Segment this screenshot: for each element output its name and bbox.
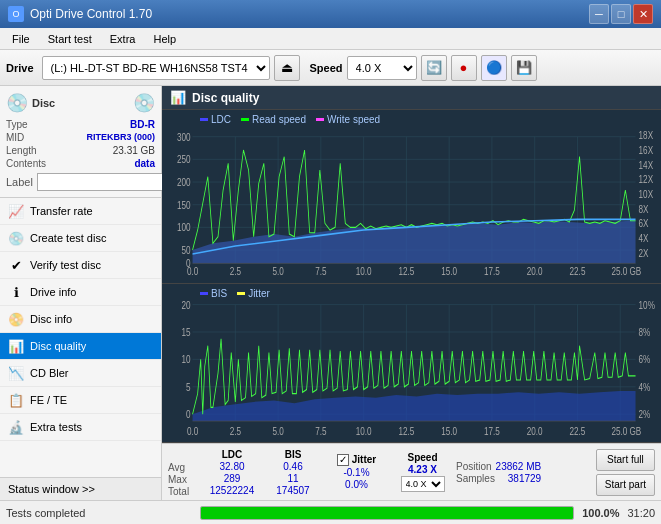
- speed-select-stat[interactable]: 4.0 X: [401, 476, 445, 492]
- legend-read-speed: Read speed: [241, 114, 306, 125]
- total-bis: 174507: [276, 485, 309, 496]
- svg-text:12X: 12X: [639, 173, 654, 185]
- svg-text:2X: 2X: [639, 247, 650, 259]
- close-button[interactable]: ✕: [633, 4, 653, 24]
- label-label: Label: [6, 176, 33, 188]
- svg-text:50: 50: [181, 244, 190, 256]
- svg-text:0: 0: [186, 408, 191, 420]
- svg-text:5: 5: [186, 381, 191, 393]
- svg-text:25.0 GB: 25.0 GB: [611, 425, 641, 437]
- top-chart-svg: 300 250 200 150 100 50 0 18X 16X 14X 12X…: [162, 110, 661, 283]
- start-full-button[interactable]: Start full: [596, 449, 655, 471]
- record-button[interactable]: ●: [451, 55, 477, 81]
- status-pct: 100.0%: [582, 507, 619, 519]
- minimize-button[interactable]: ─: [589, 4, 609, 24]
- svg-text:14X: 14X: [639, 159, 654, 171]
- nav-extra-tests-label: Extra tests: [30, 421, 82, 433]
- svg-text:2.5: 2.5: [230, 425, 241, 437]
- svg-text:2.5: 2.5: [230, 265, 241, 277]
- svg-marker-60: [193, 391, 636, 421]
- svg-text:15: 15: [181, 326, 190, 338]
- nav-disc-quality[interactable]: 📊 Disc quality: [0, 333, 161, 360]
- chart-title: Disc quality: [192, 91, 259, 105]
- position-value: 23862 MB: [496, 461, 542, 472]
- verify-test-disc-icon: ✔: [8, 257, 24, 273]
- left-panel: 💿 Disc 💿 Type BD-R MID RITEKBR3 (000) Le…: [0, 86, 162, 500]
- menu-start-test[interactable]: Start test: [40, 31, 100, 47]
- settings-button[interactable]: 🔵: [481, 55, 507, 81]
- svg-text:17.5: 17.5: [484, 265, 500, 277]
- maximize-button[interactable]: □: [611, 4, 631, 24]
- status-window-label: Status window >>: [8, 483, 95, 495]
- nav-fe-te-label: FE / TE: [30, 394, 67, 406]
- eject-button[interactable]: ⏏: [274, 55, 300, 81]
- speed-select[interactable]: 4.0 X 2.0 X 8.0 X: [347, 56, 417, 80]
- svg-text:20: 20: [181, 299, 190, 311]
- svg-text:20.0: 20.0: [527, 425, 543, 437]
- type-label: Type: [6, 119, 28, 130]
- progress-bar-container: [200, 506, 574, 520]
- nav-cd-bler[interactable]: 📉 CD Bler: [0, 360, 161, 387]
- svg-text:7.5: 7.5: [315, 425, 326, 437]
- disc-header-label: Disc: [32, 97, 55, 109]
- max-ldc: 289: [224, 473, 241, 484]
- avg-label: Avg: [168, 462, 196, 473]
- svg-text:25.0 GB: 25.0 GB: [611, 265, 641, 277]
- jitter-checkbox[interactable]: ✓: [337, 454, 349, 466]
- svg-text:10.0: 10.0: [356, 425, 372, 437]
- samples-value: 381729: [508, 473, 541, 484]
- transfer-rate-icon: 📈: [8, 203, 24, 219]
- legend-write-speed-color: [316, 118, 324, 121]
- bottom-chart-area: BIS Jitter: [162, 284, 661, 443]
- app-title: Opti Drive Control 1.70: [30, 7, 152, 21]
- nav-disc-info-label: Disc info: [30, 313, 72, 325]
- nav-items: 📈 Transfer rate 💿 Create test disc ✔ Ver…: [0, 198, 161, 477]
- menu-help[interactable]: Help: [145, 31, 184, 47]
- legend-bis-label: BIS: [211, 288, 227, 299]
- nav-transfer-rate[interactable]: 📈 Transfer rate: [0, 198, 161, 225]
- total-label: Total: [168, 486, 196, 497]
- nav-disc-quality-label: Disc quality: [30, 340, 86, 352]
- extra-tests-icon: 🔬: [8, 419, 24, 435]
- nav-drive-info[interactable]: ℹ Drive info: [0, 279, 161, 306]
- save-button[interactable]: 💾: [511, 55, 537, 81]
- svg-text:150: 150: [177, 199, 191, 211]
- drive-select[interactable]: (L:) HL-DT-ST BD-RE WH16NS58 TST4: [42, 56, 270, 80]
- label-input[interactable]: [37, 173, 172, 191]
- svg-text:10%: 10%: [639, 299, 656, 311]
- nav-extra-tests[interactable]: 🔬 Extra tests: [0, 414, 161, 441]
- mid-label: MID: [6, 132, 24, 143]
- right-panel: 📊 Disc quality LDC Read speed Write spee…: [162, 86, 661, 500]
- status-window-button[interactable]: Status window >>: [0, 477, 161, 500]
- nav-verify-test-disc[interactable]: ✔ Verify test disc: [0, 252, 161, 279]
- speed-col-header: Speed: [407, 452, 437, 463]
- bottom-chart-svg: 20 15 10 5 0 10% 8% 6% 4% 2% 0.0 2.5 5.0…: [162, 284, 661, 442]
- bis-col-header: BIS: [285, 449, 302, 460]
- svg-text:10.0: 10.0: [356, 265, 372, 277]
- nav-create-test-disc[interactable]: 💿 Create test disc: [0, 225, 161, 252]
- nav-fe-te[interactable]: 📋 FE / TE: [0, 387, 161, 414]
- speed-value: 4.23 X: [408, 464, 437, 475]
- svg-text:22.5: 22.5: [570, 425, 586, 437]
- status-bar: Tests completed 100.0% 31:20: [0, 500, 661, 524]
- drive-label: Drive: [6, 62, 34, 74]
- nav-verify-test-disc-label: Verify test disc: [30, 259, 101, 271]
- svg-text:200: 200: [177, 176, 191, 188]
- menu-extra[interactable]: Extra: [102, 31, 144, 47]
- legend-write-speed-label: Write speed: [327, 114, 380, 125]
- status-time: 31:20: [627, 507, 655, 519]
- avg-jitter: -0.1%: [343, 467, 369, 478]
- ldc-col-header: LDC: [222, 449, 243, 460]
- status-text: Tests completed: [6, 507, 192, 519]
- legend-ldc-label: LDC: [211, 114, 231, 125]
- nav-disc-info[interactable]: 📀 Disc info: [0, 306, 161, 333]
- length-label: Length: [6, 145, 37, 156]
- menu-file[interactable]: File: [4, 31, 38, 47]
- start-part-button[interactable]: Start part: [596, 474, 655, 496]
- refresh-button[interactable]: 🔄: [421, 55, 447, 81]
- create-test-disc-icon: 💿: [8, 230, 24, 246]
- length-value: 23.31 GB: [113, 145, 155, 156]
- svg-text:0.0: 0.0: [187, 265, 198, 277]
- nav-drive-info-label: Drive info: [30, 286, 76, 298]
- samples-label: Samples: [456, 473, 495, 484]
